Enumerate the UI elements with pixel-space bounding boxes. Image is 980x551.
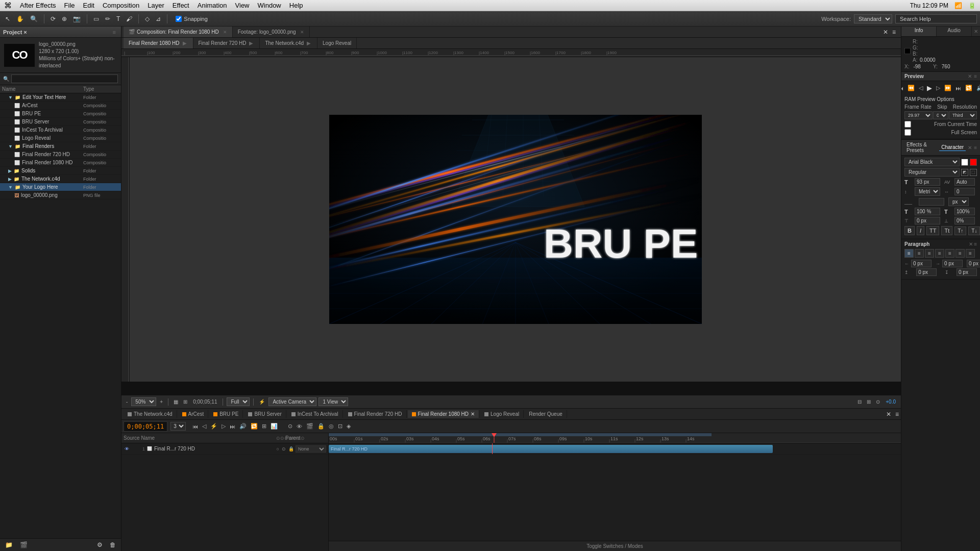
paragraph-close-btn[interactable]: ✕	[969, 241, 973, 247]
fullscreen-checkbox[interactable]	[904, 129, 911, 136]
create-new-folder-btn[interactable]: 📁	[3, 540, 15, 549]
indent-right-input[interactable]	[942, 260, 963, 267]
menu-window[interactable]: Window	[258, 2, 281, 9]
guide-btn[interactable]: ⊞	[865, 398, 872, 405]
font-style-select[interactable]: Regular	[904, 168, 960, 177]
justify-all-btn[interactable]: ≡	[966, 249, 975, 258]
rotate-tool[interactable]: ⟳	[48, 14, 58, 23]
tree-item-logo-file[interactable]: 🖼 logo_00000.png PNG file	[0, 191, 121, 199]
preview-last-btn[interactable]: ⏭	[954, 84, 962, 92]
project-settings-btn[interactable]: ⚙	[95, 540, 105, 549]
preview-first-btn[interactable]: ⏮	[901, 84, 904, 92]
tree-item-final720[interactable]: ⬜ Final Render 720 HD Compositio	[0, 151, 121, 159]
preview-header[interactable]: Preview ✕ ≡	[901, 72, 980, 81]
tl-end-btn[interactable]: ⏭	[228, 422, 237, 430]
tl-tab-network[interactable]: The Network.c4d	[124, 410, 177, 418]
zoom-select[interactable]: 50%	[131, 397, 156, 406]
effects-presets-tab[interactable]: Effects & Presets	[904, 141, 937, 154]
preview-close-btn[interactable]: ✕	[968, 73, 972, 79]
text-tool[interactable]: T	[114, 14, 122, 23]
tree-item-incest[interactable]: ⬜ InCest To Archival Compositio	[0, 126, 121, 134]
comp-tab-network[interactable]: The Network.c4d ▶	[260, 38, 317, 48]
layer-video-btn[interactable]: 👁	[124, 446, 130, 452]
grid-overlay-btn[interactable]: ⊟	[856, 398, 863, 405]
justify-left-btn[interactable]: ≡	[935, 249, 944, 258]
tree-item-logoreveal[interactable]: ⬜ Logo Reveal Compositio	[0, 134, 121, 142]
tree-item-yourlogo[interactable]: ▼ 📁 Your Logo Here Folder	[0, 183, 121, 191]
fast-preview-btn[interactable]: ⚡	[257, 398, 266, 405]
ram-resolution-select[interactable]: Third	[949, 111, 977, 119]
indent-left-input[interactable]	[911, 260, 932, 267]
space-after-input[interactable]	[957, 268, 977, 276]
preview-fwd-btn[interactable]: ⏩	[943, 84, 952, 92]
tl-preview-btn[interactable]: ⚡	[209, 422, 219, 430]
color-picker-icon[interactable]: ◩	[961, 169, 968, 176]
puppet-tool[interactable]: ⊿	[154, 14, 163, 23]
tl-lock-btn[interactable]: 🔒	[316, 422, 326, 430]
zoom-in-btn[interactable]: +	[158, 398, 164, 405]
comp-tab-final720[interactable]: Final Render 720 HD ▶	[193, 38, 260, 48]
info-tab[interactable]: Info	[901, 27, 937, 36]
tl-tab-renderq[interactable]: Render Queue	[525, 410, 567, 418]
align-right-btn[interactable]: ≡	[925, 249, 934, 258]
ram-skip-select[interactable]: 0	[933, 111, 948, 119]
comp-viewer-close[interactable]: ✕	[223, 30, 227, 35]
quality-select[interactable]: Full	[227, 397, 250, 406]
justify-right-btn[interactable]: ≡	[955, 249, 965, 258]
superscript-btn[interactable]: T↑	[954, 227, 966, 235]
smallcaps-btn[interactable]: Tt	[941, 226, 952, 235]
layer-lock-btn[interactable]: 🔒	[287, 446, 295, 452]
kerning-auto-input[interactable]	[954, 178, 975, 186]
layer-name[interactable]: Final R...r 720 HD	[154, 446, 276, 452]
space-before-input[interactable]	[916, 268, 937, 276]
menu-effect[interactable]: Effect	[173, 2, 189, 9]
preview-play-btn[interactable]: ▶	[926, 83, 933, 93]
view-select[interactable]: 1 View	[318, 397, 348, 406]
paragraph-menu-btn[interactable]: ≡	[974, 241, 977, 247]
tree-item-finalrenders[interactable]: ▼ 📁 Final Renders Folder	[0, 142, 121, 151]
tsume-input[interactable]	[954, 217, 975, 224]
ram-framerate-select[interactable]: 29.97	[904, 111, 933, 119]
font-color-white[interactable]	[961, 159, 968, 166]
comp-tab-final1080[interactable]: Final Render 1080 HD ▶	[124, 38, 193, 48]
preview-menu-btn[interactable]: ≡	[974, 73, 977, 79]
create-new-comp-btn[interactable]: 🎬	[18, 540, 30, 549]
hand-tool[interactable]: ✋	[14, 14, 26, 23]
tl-audio-btn[interactable]: 🔊	[238, 422, 248, 430]
footage-viewer-tab[interactable]: Footage: logo_00000.png ✕	[233, 27, 310, 37]
brush-tool[interactable]: 🖌	[124, 14, 134, 23]
effects-menu-btn[interactable]: ≡	[974, 145, 977, 151]
shape-tool[interactable]: ◇	[143, 14, 152, 23]
linespace-input[interactable]	[919, 198, 944, 206]
effects-close-btn[interactable]: ✕	[968, 145, 972, 151]
comp-tab-logoreveal[interactable]: Logo Reveal	[317, 38, 357, 48]
baseline-input[interactable]	[915, 217, 940, 224]
toggle-switches-label[interactable]: Toggle Switches / Modes	[586, 543, 643, 549]
menu-help[interactable]: Help	[289, 2, 303, 9]
allcaps-btn[interactable]: TT	[926, 226, 939, 235]
tl-solo-btn[interactable]: ◎	[327, 422, 335, 430]
preview-fwd-frame-btn[interactable]: ▷	[935, 84, 941, 92]
preview-back-btn[interactable]: ⏪	[906, 84, 916, 92]
project-search-input[interactable]	[11, 74, 118, 83]
font-color-red[interactable]	[970, 159, 977, 166]
project-panel-menu[interactable]: ≡	[111, 29, 118, 35]
rect-tool[interactable]: ▭	[91, 14, 101, 23]
menu-layer[interactable]: Layer	[148, 2, 164, 9]
tl-tab-f1080[interactable]: Final Render 1080 HD ✕	[408, 410, 480, 418]
horiz-scale-input[interactable]	[954, 208, 975, 215]
tl-tab-bruserver[interactable]: BRU Server	[244, 410, 286, 418]
italic-btn[interactable]: I	[917, 226, 924, 235]
tl-timecode[interactable]: 0;00;05;11	[124, 421, 167, 432]
info-panel-close[interactable]: ✕	[972, 27, 980, 36]
tl-tab-arcest[interactable]: ArCest	[178, 410, 209, 418]
preview-audio-btn[interactable]: 🔊	[975, 84, 980, 92]
unified-camera[interactable]: 📷	[71, 14, 83, 23]
tree-item-solids[interactable]: ▶ 📁 Solids Folder	[0, 167, 121, 175]
tl-frame-fwd-btn[interactable]: ▷	[220, 422, 227, 430]
tl-tab-brupe[interactable]: BRU PE	[209, 410, 243, 418]
tracking-input[interactable]	[954, 188, 975, 195]
menu-file[interactable]: File	[64, 2, 75, 9]
mask-overlay-btn[interactable]: ⊙	[874, 398, 881, 405]
tl-playhead[interactable]	[492, 443, 493, 454]
